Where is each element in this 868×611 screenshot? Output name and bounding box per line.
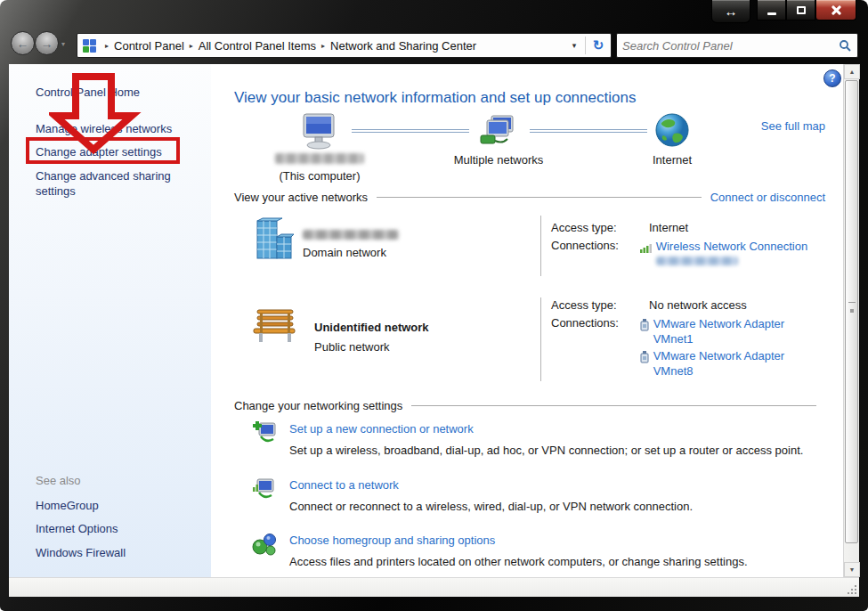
active-networks-header: View your active networks: [234, 191, 368, 204]
vertical-scrollbar[interactable]: ▲ ▼: [843, 64, 859, 577]
section-rule: [411, 405, 816, 406]
scroll-down-icon: ▼: [849, 566, 856, 573]
page-title: View your basic network information and …: [234, 89, 636, 107]
breadcrumb-item-network-sharing[interactable]: Network and Sharing Center: [330, 39, 476, 53]
connections-label: Connections:: [551, 316, 640, 379]
domain-network-icon: [250, 217, 296, 264]
search-input[interactable]: [622, 39, 839, 53]
maximize-icon: [797, 6, 806, 14]
resize-grip-icon[interactable]: [846, 583, 857, 595]
breadcrumb-separator-icon: ▸: [321, 42, 325, 50]
main-pane: ? View your basic network information an…: [211, 64, 843, 577]
domain-name-redacted: [303, 230, 399, 240]
forward-arrow-icon: →: [41, 37, 53, 51]
this-computer-label: (This computer): [253, 169, 386, 183]
ethernet-adapter-icon: [640, 350, 649, 363]
map-connector-line: [530, 129, 647, 133]
public-network-bench-icon: [252, 306, 298, 346]
section-rule: [377, 197, 702, 198]
help-button[interactable]: ?: [823, 69, 841, 87]
minimize-icon: [767, 12, 776, 15]
network-info-divider: [540, 216, 541, 276]
network-info-divider: [540, 297, 541, 381]
address-dropdown-icon[interactable]: ▾: [565, 41, 583, 50]
close-icon: [831, 5, 841, 15]
maximize-button[interactable]: [786, 0, 815, 20]
resize-arrows-button[interactable]: ↔: [711, 0, 750, 23]
connect-to-network-link[interactable]: Connect to a network: [289, 478, 399, 492]
active-networks-header-row: View your active networks Connect or dis…: [234, 191, 825, 204]
map-connector-line: [352, 129, 469, 133]
address-bar[interactable]: ▸ Control Panel ▸ All Control Panel Item…: [77, 33, 612, 58]
connect-or-disconnect-link[interactable]: Connect or disconnect: [710, 191, 825, 204]
search-icon[interactable]: [839, 39, 852, 53]
vmware-adapter-vmnet1-link[interactable]: VMware Network Adapter VMnet1: [653, 316, 809, 346]
unidentified-network-info: Access type:No network access Connection…: [551, 298, 809, 379]
access-type-label: Access type:: [551, 221, 649, 234]
access-type-value: Internet: [649, 221, 688, 234]
title-bar: ↔: [0, 0, 868, 27]
sidebar-item-change-adapter-settings[interactable]: Change adapter settings: [36, 144, 162, 159]
internet-label: Internet: [637, 153, 708, 167]
help-icon: ?: [829, 72, 835, 85]
navigation-bar: ← → ▾ ▸ Control Panel ▸ All Control Pane…: [0, 27, 868, 64]
refresh-icon[interactable]: ↻: [588, 37, 609, 53]
minimize-button[interactable]: [757, 0, 786, 20]
sidebar-item-internet-options[interactable]: Internet Options: [36, 521, 118, 536]
this-computer-icon: [298, 112, 339, 151]
sidebar-item-manage-wireless[interactable]: Manage wireless networks: [36, 121, 172, 136]
sidebar: Control Panel Home Manage wireless netwo…: [9, 64, 211, 577]
setup-new-connection-desc: Set up a wireless, broadband, dial-up, a…: [289, 444, 803, 457]
homegroup-options-desc: Access files and printers located on oth…: [289, 555, 748, 568]
wireless-network-connection-link[interactable]: Wireless Network Connection: [656, 239, 808, 254]
breadcrumb-item-all-items[interactable]: All Control Panel Items: [199, 39, 316, 53]
connections-label: Connections:: [551, 239, 640, 265]
breadcrumb-separator-icon: ▸: [105, 42, 109, 50]
connect-to-network-desc: Connect or reconnect to a wireless, wire…: [289, 500, 693, 513]
back-arrow-icon: ←: [17, 37, 29, 51]
breadcrumb-separator-icon: ▸: [190, 42, 193, 50]
scroll-up-button[interactable]: ▲: [844, 64, 860, 79]
network-sharing-center-window: ↔ ← → ▾ ▸ Control Panel ▸ All Control Pa…: [0, 0, 868, 611]
computer-name-redacted: [275, 153, 364, 164]
unidentified-network-name: Unidentified network: [314, 321, 429, 334]
access-type-label: Access type:: [551, 298, 649, 312]
domain-network-type: Domain network: [303, 246, 386, 259]
recent-pages-dropdown[interactable]: ▾: [61, 40, 65, 48]
back-button[interactable]: ←: [11, 31, 35, 55]
multiple-networks-icon: [479, 114, 516, 150]
homegroup-options-link[interactable]: Choose homegroup and sharing options: [289, 534, 495, 547]
sidebar-item-control-panel-home[interactable]: Control Panel Home: [36, 85, 140, 100]
scroll-down-button[interactable]: ▼: [844, 562, 860, 577]
sidebar-item-windows-firewall[interactable]: Windows Firewall: [36, 545, 126, 560]
sidebar-item-homegroup[interactable]: HomeGroup: [36, 498, 99, 513]
client-area: Control Panel Home Manage wireless netwo…: [9, 64, 859, 577]
access-type-value: No network access: [649, 298, 747, 312]
caption-button-group: [757, 0, 856, 20]
domain-network-info: Access type:Internet Connections: Wi: [551, 221, 809, 265]
see-full-map-link[interactable]: See full map: [761, 119, 825, 133]
internet-globe-icon: [654, 112, 690, 148]
connect-to-network-icon: [252, 477, 277, 501]
scrollbar-grip-icon: [848, 302, 856, 309]
setup-new-connection-link[interactable]: Set up a new connection or network: [289, 422, 474, 436]
breadcrumb-item-control-panel[interactable]: Control Panel: [114, 39, 184, 53]
wireless-signal-icon: [640, 241, 652, 254]
scrollbar-thumb[interactable]: [845, 80, 858, 543]
settings-header: Change your networking settings: [234, 399, 402, 412]
homegroup-icon: [252, 532, 277, 557]
see-also-header: See also: [36, 474, 81, 487]
ethernet-adapter-icon: [640, 318, 649, 331]
address-bar-divider: [585, 37, 586, 54]
close-button[interactable]: [815, 0, 856, 20]
ssid-redacted: [656, 257, 738, 265]
vmware-adapter-vmnet8-link[interactable]: VMware Network Adapter VMnet8: [653, 348, 809, 379]
scroll-up-icon: ▲: [849, 69, 856, 75]
sidebar-item-advanced-sharing[interactable]: Change advanced sharing settings: [36, 168, 194, 199]
new-connection-icon: [252, 420, 277, 445]
forward-button[interactable]: →: [35, 31, 59, 55]
search-box: [616, 33, 858, 58]
public-network-type: Public network: [314, 340, 390, 354]
multiple-networks-label: Multiple networks: [436, 153, 561, 167]
status-bar: [9, 577, 859, 597]
